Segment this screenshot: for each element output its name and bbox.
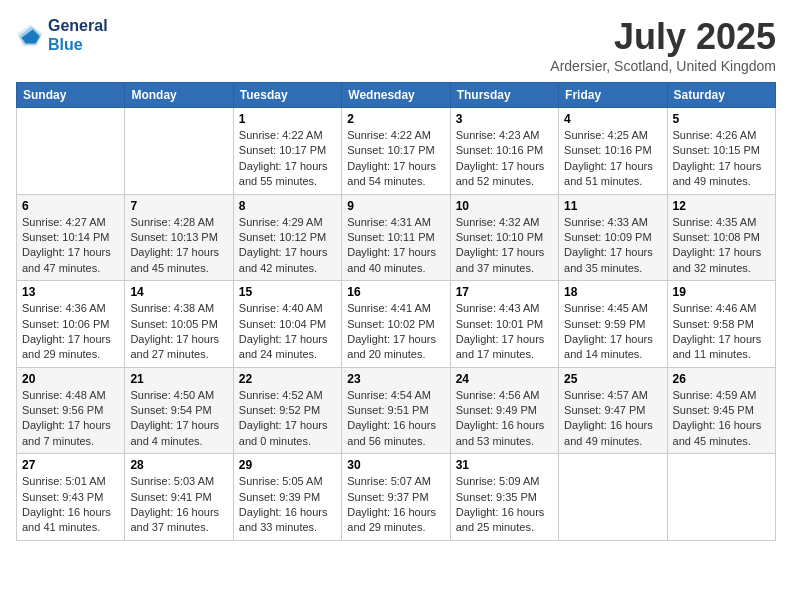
day-cell (125, 108, 233, 195)
day-info: Sunrise: 5:05 AM Sunset: 9:39 PM Dayligh… (239, 474, 336, 536)
day-number: 21 (130, 372, 227, 386)
day-cell: 3Sunrise: 4:23 AM Sunset: 10:16 PM Dayli… (450, 108, 558, 195)
day-number: 12 (673, 199, 770, 213)
day-cell: 2Sunrise: 4:22 AM Sunset: 10:17 PM Dayli… (342, 108, 450, 195)
day-info: Sunrise: 5:09 AM Sunset: 9:35 PM Dayligh… (456, 474, 553, 536)
day-cell (17, 108, 125, 195)
day-info: Sunrise: 4:52 AM Sunset: 9:52 PM Dayligh… (239, 388, 336, 450)
day-number: 17 (456, 285, 553, 299)
day-info: Sunrise: 4:36 AM Sunset: 10:06 PM Daylig… (22, 301, 119, 363)
day-cell: 26Sunrise: 4:59 AM Sunset: 9:45 PM Dayli… (667, 367, 775, 454)
day-cell: 18Sunrise: 4:45 AM Sunset: 9:59 PM Dayli… (559, 281, 667, 368)
day-info: Sunrise: 4:32 AM Sunset: 10:10 PM Daylig… (456, 215, 553, 277)
day-number: 10 (456, 199, 553, 213)
column-header-wednesday: Wednesday (342, 83, 450, 108)
day-info: Sunrise: 5:07 AM Sunset: 9:37 PM Dayligh… (347, 474, 444, 536)
day-number: 23 (347, 372, 444, 386)
day-info: Sunrise: 4:22 AM Sunset: 10:17 PM Daylig… (347, 128, 444, 190)
column-header-monday: Monday (125, 83, 233, 108)
day-info: Sunrise: 4:26 AM Sunset: 10:15 PM Daylig… (673, 128, 770, 190)
day-info: Sunrise: 4:40 AM Sunset: 10:04 PM Daylig… (239, 301, 336, 363)
day-number: 31 (456, 458, 553, 472)
day-number: 19 (673, 285, 770, 299)
day-cell: 4Sunrise: 4:25 AM Sunset: 10:16 PM Dayli… (559, 108, 667, 195)
day-cell: 30Sunrise: 5:07 AM Sunset: 9:37 PM Dayli… (342, 454, 450, 541)
column-header-thursday: Thursday (450, 83, 558, 108)
day-number: 4 (564, 112, 661, 126)
day-number: 15 (239, 285, 336, 299)
day-number: 29 (239, 458, 336, 472)
title-block: July 2025 Ardersier, Scotland, United Ki… (550, 16, 776, 74)
day-cell: 20Sunrise: 4:48 AM Sunset: 9:56 PM Dayli… (17, 367, 125, 454)
day-cell: 13Sunrise: 4:36 AM Sunset: 10:06 PM Dayl… (17, 281, 125, 368)
day-cell: 27Sunrise: 5:01 AM Sunset: 9:43 PM Dayli… (17, 454, 125, 541)
day-info: Sunrise: 4:56 AM Sunset: 9:49 PM Dayligh… (456, 388, 553, 450)
day-info: Sunrise: 5:03 AM Sunset: 9:41 PM Dayligh… (130, 474, 227, 536)
day-info: Sunrise: 4:25 AM Sunset: 10:16 PM Daylig… (564, 128, 661, 190)
day-cell: 5Sunrise: 4:26 AM Sunset: 10:15 PM Dayli… (667, 108, 775, 195)
day-number: 5 (673, 112, 770, 126)
day-number: 28 (130, 458, 227, 472)
day-number: 13 (22, 285, 119, 299)
logo-icon (16, 21, 44, 49)
month-title: July 2025 (550, 16, 776, 58)
day-number: 18 (564, 285, 661, 299)
day-info: Sunrise: 4:50 AM Sunset: 9:54 PM Dayligh… (130, 388, 227, 450)
logo-text-block: General Blue (48, 16, 108, 54)
day-number: 14 (130, 285, 227, 299)
day-info: Sunrise: 4:27 AM Sunset: 10:14 PM Daylig… (22, 215, 119, 277)
day-number: 8 (239, 199, 336, 213)
day-cell: 8Sunrise: 4:29 AM Sunset: 10:12 PM Dayli… (233, 194, 341, 281)
logo-line2: Blue (48, 35, 108, 54)
column-header-sunday: Sunday (17, 83, 125, 108)
location: Ardersier, Scotland, United Kingdom (550, 58, 776, 74)
day-cell: 28Sunrise: 5:03 AM Sunset: 9:41 PM Dayli… (125, 454, 233, 541)
day-info: Sunrise: 4:41 AM Sunset: 10:02 PM Daylig… (347, 301, 444, 363)
day-number: 9 (347, 199, 444, 213)
column-header-saturday: Saturday (667, 83, 775, 108)
week-row-1: 1Sunrise: 4:22 AM Sunset: 10:17 PM Dayli… (17, 108, 776, 195)
day-number: 11 (564, 199, 661, 213)
day-number: 25 (564, 372, 661, 386)
week-row-2: 6Sunrise: 4:27 AM Sunset: 10:14 PM Dayli… (17, 194, 776, 281)
day-cell: 19Sunrise: 4:46 AM Sunset: 9:58 PM Dayli… (667, 281, 775, 368)
day-cell: 9Sunrise: 4:31 AM Sunset: 10:11 PM Dayli… (342, 194, 450, 281)
day-cell: 24Sunrise: 4:56 AM Sunset: 9:49 PM Dayli… (450, 367, 558, 454)
day-number: 7 (130, 199, 227, 213)
calendar-header-row: SundayMondayTuesdayWednesdayThursdayFrid… (17, 83, 776, 108)
day-cell: 23Sunrise: 4:54 AM Sunset: 9:51 PM Dayli… (342, 367, 450, 454)
day-info: Sunrise: 4:57 AM Sunset: 9:47 PM Dayligh… (564, 388, 661, 450)
calendar-table: SundayMondayTuesdayWednesdayThursdayFrid… (16, 82, 776, 541)
day-info: Sunrise: 4:48 AM Sunset: 9:56 PM Dayligh… (22, 388, 119, 450)
day-number: 24 (456, 372, 553, 386)
day-info: Sunrise: 4:28 AM Sunset: 10:13 PM Daylig… (130, 215, 227, 277)
day-cell: 31Sunrise: 5:09 AM Sunset: 9:35 PM Dayli… (450, 454, 558, 541)
day-info: Sunrise: 4:54 AM Sunset: 9:51 PM Dayligh… (347, 388, 444, 450)
day-info: Sunrise: 4:31 AM Sunset: 10:11 PM Daylig… (347, 215, 444, 277)
week-row-3: 13Sunrise: 4:36 AM Sunset: 10:06 PM Dayl… (17, 281, 776, 368)
day-info: Sunrise: 4:43 AM Sunset: 10:01 PM Daylig… (456, 301, 553, 363)
week-row-4: 20Sunrise: 4:48 AM Sunset: 9:56 PM Dayli… (17, 367, 776, 454)
day-cell: 22Sunrise: 4:52 AM Sunset: 9:52 PM Dayli… (233, 367, 341, 454)
day-number: 2 (347, 112, 444, 126)
day-number: 22 (239, 372, 336, 386)
day-cell: 29Sunrise: 5:05 AM Sunset: 9:39 PM Dayli… (233, 454, 341, 541)
day-cell: 10Sunrise: 4:32 AM Sunset: 10:10 PM Dayl… (450, 194, 558, 281)
day-cell: 12Sunrise: 4:35 AM Sunset: 10:08 PM Dayl… (667, 194, 775, 281)
day-number: 26 (673, 372, 770, 386)
day-info: Sunrise: 4:33 AM Sunset: 10:09 PM Daylig… (564, 215, 661, 277)
day-cell: 21Sunrise: 4:50 AM Sunset: 9:54 PM Dayli… (125, 367, 233, 454)
day-info: Sunrise: 4:59 AM Sunset: 9:45 PM Dayligh… (673, 388, 770, 450)
day-info: Sunrise: 4:38 AM Sunset: 10:05 PM Daylig… (130, 301, 227, 363)
day-info: Sunrise: 4:45 AM Sunset: 9:59 PM Dayligh… (564, 301, 661, 363)
logo: General Blue (16, 16, 108, 54)
day-number: 16 (347, 285, 444, 299)
page-header: General Blue July 2025 Ardersier, Scotla… (16, 16, 776, 74)
day-cell: 1Sunrise: 4:22 AM Sunset: 10:17 PM Dayli… (233, 108, 341, 195)
day-info: Sunrise: 4:23 AM Sunset: 10:16 PM Daylig… (456, 128, 553, 190)
day-info: Sunrise: 4:29 AM Sunset: 10:12 PM Daylig… (239, 215, 336, 277)
day-cell: 14Sunrise: 4:38 AM Sunset: 10:05 PM Dayl… (125, 281, 233, 368)
column-header-tuesday: Tuesday (233, 83, 341, 108)
week-row-5: 27Sunrise: 5:01 AM Sunset: 9:43 PM Dayli… (17, 454, 776, 541)
day-cell: 25Sunrise: 4:57 AM Sunset: 9:47 PM Dayli… (559, 367, 667, 454)
